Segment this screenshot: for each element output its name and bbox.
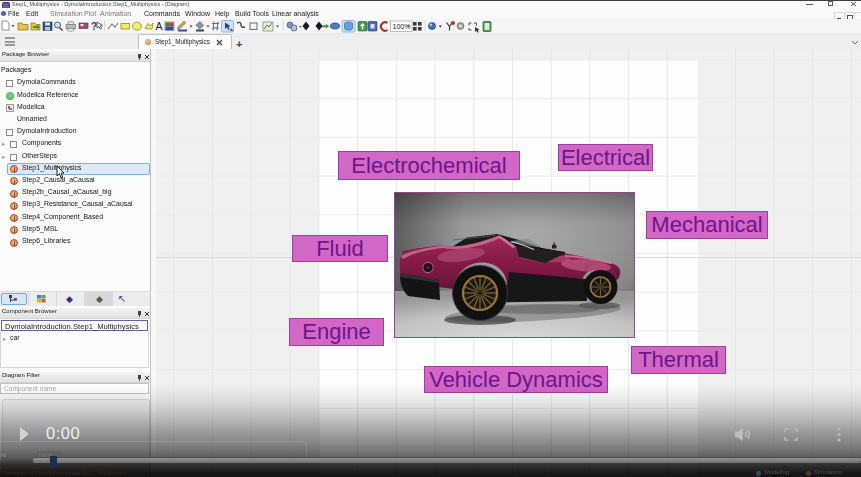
svg-text:?: ? xyxy=(91,21,97,32)
svg-text:A: A xyxy=(156,20,163,32)
